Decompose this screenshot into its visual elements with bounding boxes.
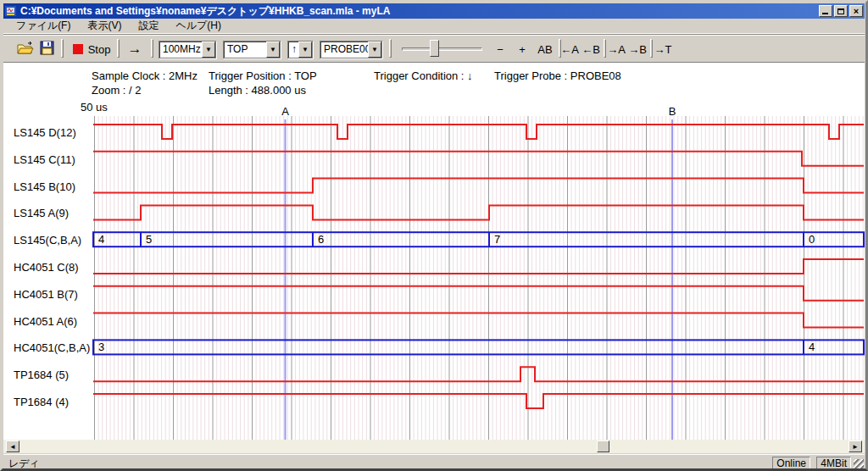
trigger-probe-select-value: PROBE00 xyxy=(320,42,368,58)
toolbar-grip xyxy=(389,39,392,58)
maximize-icon xyxy=(837,8,844,14)
chevron-down-icon[interactable]: ▼ xyxy=(368,42,381,58)
sample-clock-select[interactable]: 100MHz▼ xyxy=(159,41,216,58)
waveform-client-area: 4567034AB Sample Clock : 2MHzTrigger Pos… xyxy=(3,62,865,440)
waveform-canvas[interactable]: 4567034AB xyxy=(3,63,868,441)
app-window: C:¥Documents and Settings¥noname¥デスクトップ¥… xyxy=(0,0,868,471)
bus-value: 4 xyxy=(98,233,104,246)
close-icon: × xyxy=(854,7,859,15)
minimize-icon xyxy=(822,13,828,14)
channel-label[interactable]: LS145(C,B,A) xyxy=(14,234,81,247)
channel-label[interactable]: HC4051 B(7) xyxy=(14,288,78,301)
toolbar: Stop → 100MHz▼TOP▼↑▼PROBE00▼−+AB←A←B→A→B… xyxy=(3,34,865,62)
status-bar: レディ Online 4MBit xyxy=(3,454,865,470)
resize-grip[interactable] xyxy=(854,459,864,469)
move-a-left-button[interactable]: ←A xyxy=(559,40,580,58)
goto-a-button[interactable]: →A xyxy=(606,40,626,58)
trigger-edge-select-value: ↑ xyxy=(288,42,298,58)
menu-help[interactable]: ヘルプ(H) xyxy=(170,18,227,34)
open-file-icon[interactable] xyxy=(17,41,34,56)
chevron-down-icon[interactable]: ▼ xyxy=(266,42,280,58)
channel-label[interactable]: TP1684 (4) xyxy=(14,396,69,408)
window-title: C:¥Documents and Settings¥noname¥デスクトップ¥… xyxy=(20,4,817,19)
bus-value: 6 xyxy=(318,233,324,246)
zoom-in-button[interactable]: + xyxy=(512,40,532,58)
chevron-down-icon[interactable]: ▼ xyxy=(298,42,312,58)
chevron-down-icon[interactable]: ▼ xyxy=(202,42,215,58)
maximize-button[interactable] xyxy=(834,5,848,17)
toolbar-grip xyxy=(117,39,120,58)
info-field: Trigger Condition : ↓ xyxy=(374,69,473,82)
zoom-slider-handle[interactable] xyxy=(430,40,439,57)
toolbar-grip xyxy=(61,39,64,58)
bus-value: 4 xyxy=(809,341,815,353)
scroll-left-button[interactable]: ◄ xyxy=(6,441,19,452)
channel-label[interactable]: HC4051 C(8) xyxy=(14,261,79,274)
zoom-out-button[interactable]: − xyxy=(490,40,510,58)
info-field: Length : 488.000 us xyxy=(209,84,306,97)
marker-b-label: B xyxy=(669,105,676,118)
zoom-slider-track[interactable] xyxy=(402,47,482,51)
bus-value: 3 xyxy=(98,341,104,353)
trigger-edge-select[interactable]: ↑▼ xyxy=(287,41,313,58)
app-icon xyxy=(5,5,17,17)
bus-value: 7 xyxy=(494,233,500,246)
zoom-ab-button[interactable]: AB xyxy=(534,40,556,58)
goto-trigger-button[interactable]: →T xyxy=(653,40,673,58)
status-message: レディ xyxy=(8,457,40,471)
channel-label[interactable]: HC4051 A(6) xyxy=(14,315,77,328)
horizontal-scrollbar[interactable]: ◄ ► xyxy=(3,440,865,453)
minimize-button[interactable] xyxy=(819,5,832,17)
toolbar-grip xyxy=(151,39,153,58)
bus-value: 5 xyxy=(146,233,152,246)
trigger-position-select-value: TOP xyxy=(224,42,266,58)
status-online-badge: Online xyxy=(772,457,810,469)
info-field: Zoom : / 2 xyxy=(92,84,142,97)
time-scale-label: 50 us xyxy=(81,101,108,114)
menu-view[interactable]: 表示(V) xyxy=(81,18,127,34)
stop-label: Stop xyxy=(88,43,111,56)
trigger-probe-select[interactable]: PROBE00▼ xyxy=(320,41,382,58)
info-field: Trigger Position : TOP xyxy=(209,69,317,82)
scrollbar-thumb[interactable] xyxy=(597,441,609,452)
channel-label[interactable]: LS145 C(11) xyxy=(14,153,75,166)
save-file-icon[interactable] xyxy=(39,41,56,56)
bus-value: 0 xyxy=(809,233,815,246)
menu-bar: ファイル(F)表示(V)設定ヘルプ(H) xyxy=(3,19,865,34)
goto-b-button[interactable]: →B xyxy=(627,40,648,58)
stop-icon xyxy=(73,44,83,54)
menu-file[interactable]: ファイル(F) xyxy=(10,18,76,34)
menu-settings[interactable]: 設定 xyxy=(132,18,164,34)
marker-a-label: A xyxy=(281,105,289,118)
sample-clock-select-value: 100MHz xyxy=(159,42,202,58)
close-button[interactable]: × xyxy=(849,5,863,17)
channel-label[interactable]: LS145 A(9) xyxy=(14,207,69,219)
channel-label[interactable]: TP1684 (5) xyxy=(14,368,69,381)
status-memory-badge: 4MBit xyxy=(816,457,851,469)
trigger-position-select[interactable]: TOP▼ xyxy=(223,41,281,58)
channel-label[interactable]: HC4051(C,B,A) xyxy=(14,341,90,354)
stop-button[interactable]: Stop xyxy=(70,40,114,58)
info-field: Sample Clock : 2MHz xyxy=(92,69,198,82)
channel-label[interactable]: LS145 D(12) xyxy=(14,126,76,139)
move-b-left-button[interactable]: ←B xyxy=(581,40,601,58)
title-bar[interactable]: C:¥Documents and Settings¥noname¥デスクトップ¥… xyxy=(3,3,865,19)
scroll-right-button[interactable]: ► xyxy=(849,441,862,452)
info-field: Trigger Probe : PROBE08 xyxy=(494,69,621,82)
run-button[interactable]: → xyxy=(124,40,146,58)
channel-label[interactable]: LS145 B(10) xyxy=(14,180,75,193)
